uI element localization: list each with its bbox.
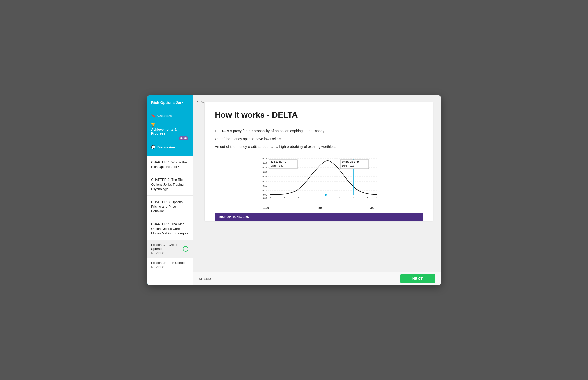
svg-text:2: 2 [353, 196, 354, 199]
svg-text:30-day 8% OTM: 30-day 8% OTM [342, 161, 359, 163]
delta-chart-svg: 0.45 0.40 0.35 0.30 0.25 0.20 0.15 0.10 … [253, 153, 385, 204]
sidebar-item-achievements[interactable]: 🏆 Achievements & Progress 0 / 20 [147, 120, 193, 143]
lesson-9b-name: Lesson 9B: Iron Condor [151, 261, 186, 265]
lesson-9a-type: ▶□ VIDEO [151, 251, 183, 255]
svg-text:0.00: 0.00 [262, 197, 267, 199]
slide-divider [215, 123, 423, 123]
svg-text:3: 3 [367, 196, 368, 199]
sidebar-header: Rich Options Jerk [147, 95, 193, 109]
brand-bar: RICHOPTIONSJERK [215, 213, 423, 221]
svg-text:-3: -3 [283, 196, 285, 199]
slide-point-3: An out-of-the-money credit spread has a … [215, 144, 423, 149]
delta-left-value: 1.00 [263, 206, 269, 210]
svg-text:0.20: 0.20 [262, 180, 267, 183]
bookmark-icon: 🔖 [151, 114, 155, 118]
chapter-1-item[interactable]: CHAPTER 1: Who is the Rich Options Jerk? [147, 156, 193, 173]
slide-container: How it works - DELTA DELTA is a proxy fo… [205, 102, 433, 221]
svg-text:0.15: 0.15 [262, 185, 267, 187]
sidebar-achievements-label: Achievements & Progress [151, 128, 188, 135]
lesson-9b-type: ▶□ VIDEO [151, 265, 186, 269]
svg-text:0: 0 [325, 196, 326, 199]
trophy-icon: 🏆 [151, 123, 155, 127]
sidebar-item-discussion[interactable]: 💬 Discussion [147, 143, 193, 152]
svg-text:4: 4 [376, 196, 377, 199]
svg-text:0.10: 0.10 [262, 189, 267, 192]
svg-text:-2: -2 [297, 196, 299, 199]
svg-text:-4: -4 [269, 196, 271, 199]
main-content: ↖↘ How it works - DELTA DELTA is a proxy… [193, 95, 441, 285]
lesson-9b-item[interactable]: Lesson 9B: Iron Condor ▶□ VIDEO [147, 258, 193, 272]
svg-text:0.45: 0.45 [262, 157, 267, 160]
svg-text:0.40: 0.40 [262, 162, 267, 164]
delta-chart-wrapper: 0.45 0.40 0.35 0.30 0.25 0.20 0.15 0.10 … [215, 153, 423, 210]
delta-chart-area: 0.45 0.40 0.35 0.30 0.25 0.20 0.15 0.10 … [253, 153, 385, 205]
svg-text:1: 1 [339, 196, 340, 199]
slide-point-1: DELTA is a proxy for the probability of … [215, 128, 423, 134]
lesson-9a-name: Lesson 9A: Credit Spreads [151, 243, 183, 251]
sidebar-discussion-label: Discussion [157, 145, 175, 149]
app-title: Rich Options Jerk [151, 100, 188, 105]
chat-icon: 💬 [151, 145, 155, 149]
speed-label: SPEED [199, 277, 211, 281]
delta-right-value: .00 [370, 206, 374, 210]
svg-text:Delta = 0.85: Delta = 0.85 [271, 165, 283, 167]
next-button[interactable]: NEXT [400, 274, 435, 283]
sidebar-item-chapters[interactable]: 🔖 Chapters [147, 111, 193, 120]
svg-text:0.05: 0.05 [262, 194, 267, 196]
video-icon-9a: ▶□ [151, 251, 155, 255]
delta-mid-value: .50 [305, 206, 334, 210]
video-icon-9b: ▶□ [151, 265, 155, 269]
svg-text:-1: -1 [311, 196, 313, 199]
sidebar-chapters-label: Chapters [157, 114, 172, 118]
svg-text:Delta = 0.20: Delta = 0.20 [342, 165, 354, 167]
svg-text:0.30: 0.30 [262, 171, 267, 173]
chapter-2-item[interactable]: CHAPTER 2: The Rich Options Jerk's Tradi… [147, 173, 193, 196]
resize-icon: ↖↘ [197, 99, 204, 105]
lesson-9a-item[interactable]: Lesson 9A: Credit Spreads ▶□ VIDEO [147, 240, 193, 258]
slide-point-2: Out of the money options have low Delta'… [215, 136, 423, 142]
chapter-4-item[interactable]: CHAPTER 4: The Rich Options Jerk's Core … [147, 218, 193, 240]
svg-text:30-day 8% ITM: 30-day 8% ITM [271, 161, 286, 163]
svg-text:0.25: 0.25 [262, 175, 267, 178]
brand-label: RICHOPTIONSJERK [219, 215, 249, 218]
sidebar: Rich Options Jerk 🔖 Chapters 🏆 Achieveme… [147, 95, 193, 285]
lesson-9a-progress-circle [183, 246, 188, 252]
chapter-3-item[interactable]: CHAPTER 3: Options Pricing and Price Beh… [147, 196, 193, 218]
content-area: How it works - DELTA DELTA is a proxy fo… [193, 95, 441, 272]
sidebar-divider [147, 155, 193, 155]
bottom-bar: SPEED NEXT [193, 272, 441, 285]
delta-scale: 1.00 ← .50 → .00 [253, 206, 385, 210]
slide-title: How it works - DELTA [215, 110, 423, 120]
svg-text:0.35: 0.35 [262, 166, 267, 169]
svg-point-32 [325, 194, 327, 196]
achievements-badge: 0 / 20 [179, 136, 188, 140]
chapter-list: CHAPTER 1: Who is the Rich Options Jerk?… [147, 156, 193, 285]
sidebar-navigation: 🔖 Chapters 🏆 Achievements & Progress 0 /… [147, 109, 193, 154]
